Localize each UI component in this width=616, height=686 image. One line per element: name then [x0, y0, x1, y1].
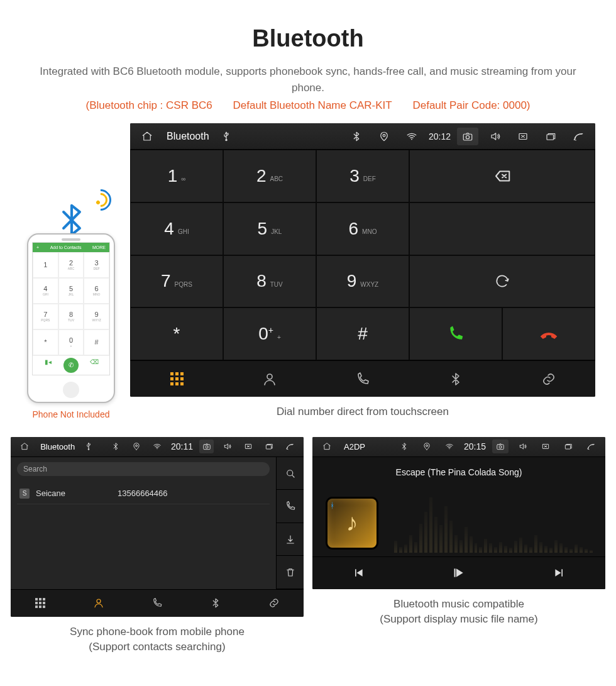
- gps-icon: [129, 440, 144, 453]
- clock: 20:12: [429, 131, 451, 141]
- bt-status-icon: [396, 440, 412, 453]
- dial-key-*[interactable]: *: [130, 307, 223, 360]
- back-icon[interactable]: [583, 440, 599, 453]
- dial-key-6[interactable]: 6MNO: [316, 202, 409, 255]
- phone-key: 2ABC: [58, 252, 84, 278]
- dial-key-#[interactable]: #: [316, 307, 409, 360]
- home-icon[interactable]: [17, 440, 31, 453]
- statusbar: A2DP 20:15: [312, 437, 605, 457]
- equalizer-visual: [394, 495, 593, 553]
- phone-more-label: MORE: [92, 245, 106, 250]
- volume-icon[interactable]: [485, 128, 506, 145]
- phone-key: 4GHI: [33, 278, 58, 304]
- tab-contacts[interactable]: [223, 361, 316, 397]
- phone-mock: + Add to Contacts MORE 12ABC3DEF4GHI5JKL…: [27, 233, 115, 403]
- phonebook-unit: Bluetooth 20:11 Search: [11, 437, 304, 617]
- phone-home-button: [63, 382, 79, 398]
- phone-key: 7PQRS: [33, 304, 58, 329]
- wifi-icon: [441, 440, 458, 453]
- volume-icon[interactable]: [220, 440, 234, 453]
- dial-key-3[interactable]: 3DEF: [316, 150, 409, 202]
- page-title: Bluetooth: [6, 25, 610, 52]
- side-download-icon[interactable]: [277, 523, 304, 556]
- phone-add-icon: +: [36, 245, 39, 250]
- music-note-icon: ♪: [346, 509, 358, 536]
- phone-key: *: [33, 329, 58, 355]
- dialer-caption: Dial number direct from touchscreen: [277, 404, 449, 419]
- dial-key-7[interactable]: 7PQRS: [130, 255, 223, 308]
- phone-disclaimer: Phone Not Included: [33, 409, 110, 419]
- gps-icon: [419, 440, 435, 453]
- phone-key: 0+: [58, 329, 84, 355]
- page-subtitle: Integrated with BC6 Bluetooth module, su…: [38, 64, 578, 96]
- tab-dialpad[interactable]: [11, 590, 69, 617]
- clock: 20:11: [171, 441, 193, 451]
- tab-contacts[interactable]: [69, 590, 128, 617]
- tab-call-log[interactable]: [128, 590, 186, 617]
- sync-key[interactable]: [409, 255, 595, 308]
- contact-number: 13566664466: [118, 489, 168, 498]
- contact-row[interactable]: S Seicane 13566664466: [17, 484, 270, 504]
- dial-key-9[interactable]: 9WXYZ: [316, 255, 409, 308]
- prev-button[interactable]: [312, 567, 404, 579]
- dial-key-8[interactable]: 8TUV: [223, 255, 316, 308]
- bt-status-icon: [346, 128, 367, 145]
- app-title: Bluetooth: [167, 131, 209, 142]
- wifi-icon: [150, 440, 165, 453]
- close-app-icon[interactable]: [537, 440, 554, 453]
- dial-key-0[interactable]: 0++: [223, 307, 316, 360]
- tab-call-log[interactable]: [316, 361, 409, 397]
- side-call-icon[interactable]: [277, 490, 304, 523]
- close-app-icon[interactable]: [512, 128, 534, 145]
- phone-key: #: [84, 329, 109, 355]
- music-caption: Bluetooth music compatible(Support displ…: [380, 597, 537, 627]
- call-button[interactable]: [409, 307, 502, 360]
- gps-icon: [373, 128, 395, 145]
- back-icon[interactable]: [568, 128, 589, 145]
- recent-apps-icon[interactable]: [540, 128, 561, 145]
- album-art: ♪ᚼ: [327, 499, 377, 548]
- tab-pair[interactable]: [502, 361, 595, 397]
- phone-key: 1: [33, 252, 58, 278]
- screenshot-icon[interactable]: [199, 440, 214, 453]
- dial-key-1[interactable]: 1∞: [130, 150, 223, 202]
- phonebook-caption: Sync phone-book from mobile phone(Suppor…: [70, 624, 245, 655]
- tab-pair[interactable]: [245, 590, 304, 617]
- phone-call-icon: ✆: [63, 358, 79, 373]
- app-title: Bluetooth: [40, 442, 75, 451]
- track-title: Escape (The Pina Colada Song): [312, 467, 605, 477]
- dial-key-5[interactable]: 5JKL: [223, 202, 316, 255]
- wifi-icon: [401, 128, 422, 145]
- side-search-icon[interactable]: [277, 457, 304, 490]
- app-title: A2DP: [344, 442, 365, 451]
- recent-apps-icon[interactable]: [560, 440, 576, 453]
- phone-key: 9WXYZ: [84, 304, 109, 329]
- close-app-icon[interactable]: [241, 440, 255, 453]
- tab-bt-audio[interactable]: [409, 361, 502, 397]
- recent-apps-icon[interactable]: [262, 440, 277, 453]
- chip-info: (Bluetooth chip : CSR BC6 Default Blueto…: [6, 99, 610, 112]
- phone-key: 8TUV: [58, 304, 84, 329]
- dial-key-2[interactable]: 2ABC: [223, 150, 316, 202]
- dialer-unit: Bluetooth 20:12 1∞2ABC3DEF4GHI5JKL6MNO7P…: [130, 123, 595, 397]
- back-icon[interactable]: [283, 440, 297, 453]
- dial-key-4[interactable]: 4GHI: [130, 202, 223, 255]
- bt-name-label: Default Bluetooth Name CAR-KIT: [233, 99, 392, 111]
- screenshot-icon[interactable]: [457, 128, 478, 145]
- statusbar: Bluetooth 20:12: [130, 123, 595, 150]
- backspace-key[interactable]: [409, 150, 595, 202]
- screenshot-icon[interactable]: [492, 440, 509, 453]
- bt-overlay-icon: ᚼ: [330, 501, 334, 510]
- music-unit: A2DP 20:15 Escape (The Pina Colada Song)…: [312, 437, 605, 589]
- home-icon[interactable]: [319, 440, 335, 453]
- play-pause-button[interactable]: [404, 567, 514, 579]
- side-delete-icon[interactable]: [277, 556, 304, 589]
- tab-bt-audio[interactable]: [187, 590, 245, 617]
- hangup-button[interactable]: [502, 307, 595, 360]
- search-input[interactable]: Search: [17, 462, 270, 476]
- next-button[interactable]: [514, 567, 605, 579]
- volume-icon[interactable]: [515, 440, 531, 453]
- usb-icon: [81, 440, 96, 453]
- tab-dialpad[interactable]: [130, 361, 223, 397]
- home-icon[interactable]: [136, 128, 158, 145]
